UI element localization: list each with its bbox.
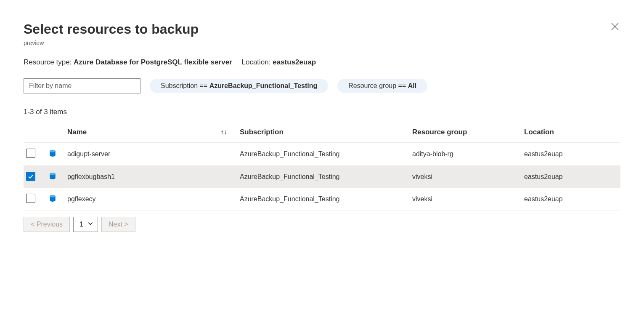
resource-type-label: Resource type: [24,58,72,66]
page-select[interactable]: 1 [73,217,98,232]
subscription-filter-pill[interactable]: Subscription == AzureBackup_Functional_T… [150,79,328,93]
sort-arrows-icon: ↑↓ [220,128,227,136]
pager: < Previous 1 Next > [24,217,620,232]
row-checkbox[interactable] [26,172,35,181]
cell-resource-group: viveksi [410,188,522,211]
filter-name-input[interactable] [24,78,140,93]
database-icon [49,149,56,157]
resource-icon [49,195,56,202]
resource-icon [49,172,56,180]
table-row[interactable]: pgflexecy AzureBackup_Functional_Testing… [24,188,620,211]
cell-name: pgflexbugbash1 [65,166,212,188]
cell-subscription: AzureBackup_Functional_Testing [237,166,410,188]
subscription-filter-value: AzureBackup_Functional_Testing [209,82,318,89]
svg-point-5 [50,173,56,175]
table-row[interactable]: pgflexbugbash1 AzureBackup_Functional_Te… [24,166,620,188]
close-button[interactable] [610,21,620,33]
page-subtitle: preview [24,40,199,46]
column-header-name[interactable]: Name [65,122,212,143]
row-checkbox[interactable] [26,194,35,203]
column-header-location[interactable]: Location [522,122,620,143]
resources-table: Name ↑↓ Subscription Resource group Loca… [24,122,620,211]
cell-location: eastus2euap [522,188,620,211]
column-header-resource-group[interactable]: Resource group [410,122,522,143]
resource-group-filter-label: Resource group == [348,82,408,89]
column-sort-name[interactable]: ↑↓ [212,122,237,143]
row-checkbox[interactable] [26,149,35,158]
svg-point-7 [50,195,56,198]
previous-button[interactable]: < Previous [24,217,70,232]
page-title: Select resources to backup [24,21,199,37]
cell-resource-group: aditya-blob-rg [410,143,522,166]
cell-resource-group: viveksi [410,166,522,188]
cell-name: pgflexecy [65,188,212,211]
svg-point-3 [50,150,56,153]
cell-name: adigupt-server [65,143,212,166]
item-count: 1-3 of 3 items [24,108,620,116]
page-select-value: 1 [80,221,83,228]
table-row[interactable]: adigupt-server AzureBackup_Functional_Te… [24,143,620,166]
location-label: Location: [241,58,270,66]
subscription-filter-label: Subscription == [161,82,209,89]
cell-subscription: AzureBackup_Functional_Testing [237,188,410,211]
resource-type-value: Azure Database for PostgreSQL flexible s… [74,58,232,66]
resource-icon [49,149,56,157]
resource-group-filter-value: All [408,82,416,89]
cell-location: eastus2euap [522,166,620,188]
column-header-subscription[interactable]: Subscription [237,122,410,143]
close-icon [611,25,619,32]
database-icon [49,195,56,202]
database-icon [49,172,56,180]
resource-group-filter-pill[interactable]: Resource group == All [337,79,427,93]
cell-location: eastus2euap [522,143,620,166]
cell-subscription: AzureBackup_Functional_Testing [237,143,410,166]
location-value: eastus2euap [273,58,316,66]
meta-line: Resource type: Azure Database for Postgr… [24,58,620,67]
next-button[interactable]: Next > [101,217,135,232]
chevron-down-icon [87,221,93,228]
